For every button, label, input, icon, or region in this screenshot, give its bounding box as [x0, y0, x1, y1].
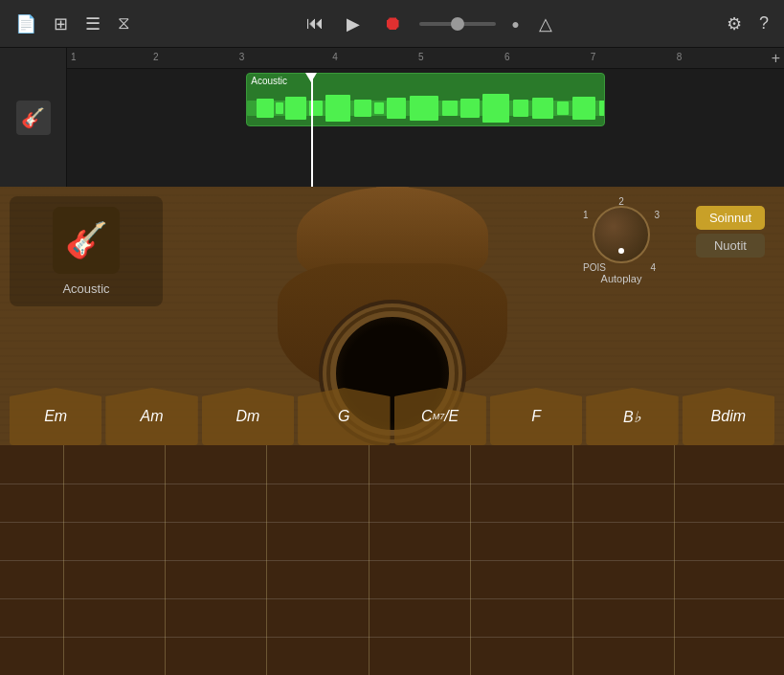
svg-rect-6	[354, 100, 371, 117]
svg-rect-13	[513, 100, 528, 117]
help-icon[interactable]: ?	[755, 10, 773, 37]
tracks-view-icon[interactable]: ⊞	[50, 10, 72, 38]
fret-line-4	[0, 598, 784, 599]
ruler-mark-3: 3	[239, 52, 245, 62]
svg-rect-11	[460, 99, 480, 118]
svg-rect-17	[599, 101, 605, 116]
settings-icon[interactable]: ⚙	[723, 10, 746, 38]
string-line-3	[266, 445, 267, 675]
ruler-mark-5: 5	[418, 52, 424, 62]
fretboard[interactable]	[0, 445, 784, 675]
autoplay-knob[interactable]	[593, 206, 650, 263]
fret-line-2	[0, 522, 784, 523]
svg-rect-3	[285, 97, 306, 120]
knob-label-1: 1	[583, 210, 589, 220]
string-line-7	[674, 445, 675, 675]
fret-line-1	[0, 484, 784, 484]
ruler-row: 1 2 3 4 5 6 7 8 +	[67, 48, 784, 69]
fret-line-3	[0, 560, 784, 561]
fret-line-5	[0, 637, 784, 638]
autoplay-label: Autoplay	[601, 273, 642, 284]
track-instrument-icon: 🎸	[16, 101, 51, 135]
ruler-mark-2: 2	[153, 52, 159, 62]
chord-button-Dm[interactable]: Dm	[202, 388, 294, 445]
ruler-mark-6: 6	[504, 52, 510, 62]
chord-button-F[interactable]: F	[490, 388, 582, 445]
chord-button-Am[interactable]: Am	[105, 388, 197, 445]
chord-button-Bdim[interactable]: Bdim	[683, 388, 774, 445]
knob-label-4: 4	[650, 262, 656, 273]
metronome-icon[interactable]: △	[535, 10, 556, 38]
mixer-icon[interactable]: ⧖	[114, 10, 134, 37]
chord-button-G[interactable]: G	[298, 388, 390, 445]
knob-label-3: 3	[654, 210, 660, 220]
ruler: 1 2 3 4 5 6 7 8 +	[67, 48, 784, 69]
instrument-panel[interactable]: 🎸 Acoustic	[10, 196, 163, 306]
toolbar-right: ⚙ ?	[723, 10, 773, 38]
track-region[interactable]: Acoustic	[246, 73, 605, 126]
timeline-content[interactable]: 1 2 3 4 5 6 7 8 + Acoustic	[67, 48, 784, 187]
volume-slider[interactable]	[419, 22, 496, 26]
chord-button-Em[interactable]: Em	[10, 388, 101, 445]
track-region-label: Acoustic	[247, 74, 291, 88]
knob-container: 1 2 3 4 POIS	[593, 206, 650, 263]
chord-button-C[interactable]: CM7/E	[394, 388, 486, 445]
string-line-6	[572, 445, 573, 675]
svg-rect-9	[410, 96, 438, 121]
ruler-mark-4: 4	[332, 52, 338, 62]
rewind-button[interactable]: ⏮	[301, 10, 329, 37]
string-line-2	[165, 445, 166, 675]
svg-rect-14	[532, 98, 553, 119]
svg-rect-12	[482, 94, 509, 123]
track-header: 🎸	[0, 48, 67, 187]
list-view-icon[interactable]: ☰	[81, 10, 104, 38]
transport-controls: ⏮ ▶ ⏺ ● △	[301, 9, 555, 38]
knob-pois-label: POIS	[583, 262, 606, 273]
svg-rect-5	[325, 95, 350, 122]
instrument-thumbnail: 🎸	[53, 207, 120, 274]
autoplay-panel: 1 2 3 4 POIS Autoplay	[593, 206, 650, 284]
volume-icon: ●	[507, 12, 523, 35]
waveform	[247, 91, 605, 125]
knob-dot	[618, 248, 624, 254]
record-button[interactable]: ⏺	[377, 9, 408, 38]
svg-rect-1	[257, 99, 274, 118]
new-document-icon[interactable]: 📄	[11, 10, 40, 38]
chord-row: EmAmDmGCM7/EFB♭Bdim	[0, 388, 784, 445]
add-track-button[interactable]: +	[772, 50, 780, 67]
string-line-5	[470, 445, 471, 675]
svg-rect-2	[276, 102, 283, 114]
instrument-name-label: Acoustic	[62, 281, 109, 296]
play-button[interactable]: ▶	[341, 10, 366, 38]
svg-rect-7	[374, 102, 384, 114]
svg-rect-8	[387, 98, 406, 119]
mode-buttons: Soinnut Nuotit	[696, 206, 765, 258]
chord-button-B[interactable]: B♭	[586, 388, 678, 445]
string-line-4	[369, 445, 370, 675]
ruler-mark-7: 7	[591, 52, 596, 62]
svg-rect-16	[572, 97, 595, 120]
string-line-1	[63, 445, 64, 675]
svg-rect-10	[442, 101, 458, 116]
timeline-area: 🎸 1 2 3 4 5 6 7 8 + Acoustic	[0, 48, 784, 187]
nuotit-button[interactable]: Nuotit	[696, 234, 765, 258]
ruler-mark-8: 8	[677, 52, 683, 62]
instrument-area: 🎸 Acoustic 1 2 3 4 POIS Autoplay Soinnut	[0, 187, 784, 675]
toolbar: 📄 ⊞ ☰ ⧖ ⏮ ▶ ⏺ ● △ ⚙ ?	[0, 0, 784, 48]
soinnut-button[interactable]: Soinnut	[696, 206, 765, 230]
track-region-container: Acoustic	[67, 73, 784, 130]
svg-rect-4	[309, 101, 323, 116]
svg-rect-15	[557, 101, 569, 115]
ruler-mark-1: 1	[71, 52, 77, 62]
guitar-lower-bout	[278, 263, 507, 397]
